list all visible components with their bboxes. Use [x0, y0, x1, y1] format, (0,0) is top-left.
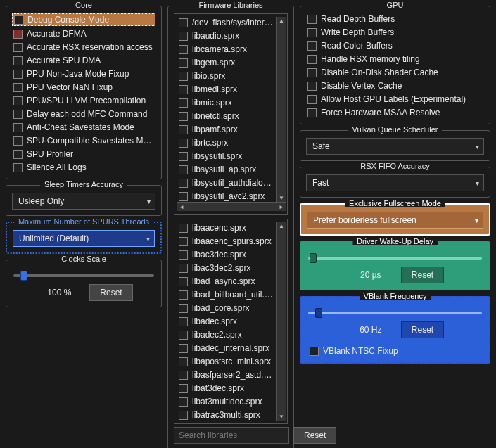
sleep-group: Sleep Timers Accuracy Usleep Only: [6, 185, 162, 216]
list-item[interactable]: libcamera.sprx: [177, 44, 276, 55]
scroll-down-icon[interactable]: ▼: [279, 413, 284, 421]
list-item[interactable]: Write Depth Buffers: [306, 27, 484, 38]
spurs-legend: Maximum Number of SPURS Threads: [14, 217, 153, 226]
core-item[interactable]: Delay each odd MFC Command: [12, 108, 155, 120]
vblank-reset-button[interactable]: Reset: [401, 321, 444, 338]
rsxfifo-combo[interactable]: Fast: [306, 174, 484, 191]
checkbox-icon: [13, 56, 23, 65]
scroll-up-icon[interactable]: ▲: [279, 17, 284, 25]
slider-thumb[interactable]: [20, 271, 27, 281]
checkbox-icon: [179, 237, 188, 246]
exfs-combo[interactable]: Prefer borderless fullscreen: [307, 212, 483, 229]
checkbox-icon: [179, 45, 188, 54]
list-item[interactable]: libad_core.sprx: [177, 302, 276, 314]
checkbox-icon: [179, 58, 188, 68]
checkbox-icon: [307, 55, 317, 64]
core-item[interactable]: PPU Vector NaN Fixup: [12, 82, 155, 93]
firmware-top-list: /dev_flash/sys/internal/libfs.sprxlibaud…: [177, 17, 276, 202]
list-item[interactable]: libgem.sprx: [177, 57, 276, 68]
list-item[interactable]: libatrac3multi.sprx: [177, 409, 276, 421]
list-item[interactable]: libio.sprx: [177, 70, 276, 82]
scroll-up-icon[interactable]: ▲: [279, 222, 284, 230]
checkbox-icon: [179, 290, 188, 300]
spurs-combo[interactable]: Unlimited (Default): [13, 230, 155, 247]
list-item[interactable]: libapostsrc_mini.sprx: [177, 356, 276, 367]
list-item[interactable]: libac3dec.sprx: [177, 249, 276, 260]
checkbox-icon: [179, 165, 188, 174]
checkbox-icon: [179, 179, 188, 188]
list-item[interactable]: libasfparser2_astd.sprx: [177, 369, 276, 380]
list-item[interactable]: libac3dec2.sprx: [177, 262, 276, 274]
core-item[interactable]: Accurate DFMA: [12, 28, 155, 39]
scroll-right-icon[interactable]: ►: [279, 204, 284, 210]
list-item[interactable]: Handle RSX memory tiling: [306, 53, 484, 65]
wake-slider[interactable]: [308, 257, 482, 260]
list-item[interactable]: libmedi.sprx: [177, 84, 276, 95]
list-item[interactable]: libat3multidec.sprx: [177, 396, 276, 407]
core-item[interactable]: Silence All Logs: [12, 162, 155, 173]
list-item[interactable]: /dev_flash/sys/internal/libfs.sprx: [177, 17, 276, 28]
list-item[interactable]: Read Color Buffers: [306, 40, 484, 51]
checkbox-icon: [307, 41, 317, 51]
list-item[interactable]: libad_billboard_util.sprx: [177, 289, 276, 300]
vscrollbar[interactable]: ▲ ▼: [276, 17, 286, 202]
vscrollbar[interactable]: ▲ ▼: [276, 222, 286, 421]
clocks-reset-button[interactable]: Reset: [89, 284, 132, 301]
list-item[interactable]: librtc.sprx: [177, 137, 276, 148]
list-item[interactable]: libsysutil_ap.sprx: [177, 164, 276, 175]
list-item[interactable]: libnetctl.sprx: [177, 110, 276, 122]
sleep-combo[interactable]: Usleep Only: [12, 193, 155, 210]
vblank-value: 60 Hz: [346, 325, 395, 335]
vblank-ntsc-checkbox[interactable]: VBlank NTSC Fixup: [308, 345, 482, 357]
checkbox-icon: [13, 110, 23, 119]
checkbox-icon: [13, 70, 23, 79]
checkbox-icon: [307, 82, 317, 91]
slider-thumb[interactable]: [310, 253, 317, 263]
vblank-slider[interactable]: [308, 312, 482, 314]
list-item[interactable]: libat3dec.sprx: [177, 383, 276, 394]
slider-thumb[interactable]: [315, 308, 322, 318]
checkbox-icon: [179, 357, 188, 366]
list-item[interactable]: libaudio.sprx: [177, 30, 276, 41]
list-item[interactable]: libadec_internal.sprx: [177, 343, 276, 354]
hscrollbar[interactable]: ◄ ►: [177, 202, 286, 211]
list-item[interactable]: libadec2.sprx: [177, 329, 276, 340]
checkbox-icon: [307, 15, 317, 24]
core-item[interactable]: Accurate RSX reservation access: [12, 41, 155, 53]
clocks-slider[interactable]: [13, 274, 154, 277]
list-item[interactable]: Disable Vertex Cache: [306, 80, 484, 91]
checkbox-icon: [179, 139, 188, 148]
core-item[interactable]: Debug Console Mode: [12, 13, 155, 26]
core-legend: Core: [71, 1, 96, 9]
list-item[interactable]: libpamf.sprx: [177, 124, 276, 135]
list-item[interactable]: Disable On-Disk Shader Cache: [306, 67, 484, 78]
core-item[interactable]: PPU Non-Java Mode Fixup: [12, 68, 155, 79]
list-item[interactable]: libmic.sprx: [177, 97, 276, 108]
scroll-left-icon[interactable]: ◄: [179, 204, 184, 210]
list-item[interactable]: libaacenc_spurs.sprx: [177, 236, 276, 247]
vkqueue-combo[interactable]: Safe: [306, 138, 484, 155]
list-item[interactable]: Force Hardware MSAA Resolve: [306, 107, 484, 118]
firmware-legend: Firmware Libraries: [194, 1, 267, 9]
list-item[interactable]: libsysutil.sprx: [177, 151, 276, 162]
checkbox-icon: [179, 411, 188, 420]
core-item[interactable]: Accurate SPU DMA: [12, 55, 155, 66]
checkbox-icon: [179, 18, 188, 27]
checkbox-icon: [179, 98, 188, 108]
list-item[interactable]: Allow Host GPU Labels (Experimental): [306, 94, 484, 105]
core-item[interactable]: Anti-Cheat Savestates Mode: [12, 122, 155, 133]
list-item[interactable]: libadec.sprx: [177, 316, 276, 327]
list-item[interactable]: libsysutil_authdialog.sprx: [177, 177, 276, 188]
list-item[interactable]: libad_async.sprx: [177, 276, 276, 287]
core-item[interactable]: SPU-Compatible Savestates Mode: [12, 135, 155, 146]
list-item[interactable]: Read Depth Buffers: [306, 13, 484, 25]
clocks-value: 100 %: [34, 288, 84, 297]
core-item[interactable]: PPU/SPU LLVM Precompilation: [12, 95, 155, 106]
firmware-search-input[interactable]: [174, 427, 289, 444]
core-item[interactable]: SPU Profiler: [12, 148, 155, 160]
firmware-reset-button[interactable]: Reset: [293, 427, 336, 444]
scroll-down-icon[interactable]: ▼: [279, 194, 284, 202]
list-item[interactable]: libsysutil_avc2.sprx: [177, 191, 276, 202]
list-item[interactable]: libaacenc.sprx: [177, 222, 276, 233]
wake-reset-button[interactable]: Reset: [401, 267, 444, 283]
